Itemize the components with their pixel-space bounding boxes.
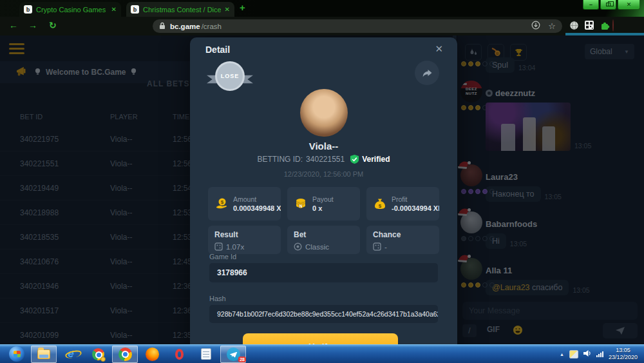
install-icon[interactable] [531, 21, 540, 32]
stat-label: Bet [294, 230, 354, 239]
stat-value: Classic [305, 243, 329, 251]
coin-stack-icon: N [294, 197, 308, 211]
page-content: Welcome to BC.Game ALL BETS BET ID PLAYE… [0, 35, 644, 363]
stat-card-result: Result1.07x [208, 226, 281, 254]
lock-icon [159, 21, 166, 32]
stat-card-amount: $Amount0.000349948 XMR [208, 187, 281, 221]
address-bar[interactable]: bc.game /crash ☆ [153, 19, 562, 33]
notepad-icon [201, 348, 211, 360]
tray-app-icon[interactable] [569, 350, 578, 358]
player-name: Viola-- [190, 141, 457, 152]
header-accent-strip [565, 33, 644, 35]
close-button[interactable]: ✕ [618, 0, 640, 10]
stat-card-payout: NPayout0 x [287, 187, 360, 221]
restore-icon [606, 3, 611, 6]
share-button[interactable] [415, 61, 439, 85]
taskbar-app-internet-explorer[interactable]: e [58, 346, 84, 363]
verified-shield-icon [350, 155, 359, 164]
minimize-button[interactable]: – [583, 0, 599, 10]
back-button[interactable]: ← [9, 20, 18, 30]
stat-label: Profit [392, 195, 439, 203]
tab-title: Christmas Contest / Dice Roll Hu [143, 6, 221, 14]
betting-id-label: BETTING ID: [257, 155, 303, 164]
game-id-field[interactable]: 3178966 [209, 263, 438, 282]
taskbar-app-opera[interactable] [166, 346, 192, 363]
stat-card-bet: BetClassic [287, 226, 360, 254]
chrome-icon [118, 348, 132, 361]
taskbar-app-telegram[interactable]: 28 [220, 346, 246, 363]
browser-tab-bar: b Crypto Casino Games - The 16 B ✕ b Chr… [0, 0, 644, 17]
taskbar-clock[interactable]: 13:05 23/12/2020 [609, 347, 638, 362]
stat-value: - [384, 243, 387, 251]
taskbar: e28 ▲ 13:05 23/12/2020 [0, 344, 644, 363]
tab-favicon: b [24, 5, 32, 14]
taskbar-app-explorer[interactable] [31, 346, 57, 363]
stat-value: 0 x [312, 204, 334, 212]
system-tray: ▲ 13:05 23/12/2020 [560, 347, 640, 362]
hash-field[interactable]: 928b74b1b002f7ec6d302be88c9ed355cc140ef5… [209, 305, 438, 323]
svg-text:$: $ [221, 199, 224, 205]
stat-card-chance: Chance- [366, 226, 439, 254]
stat-value: 1.07x [226, 243, 244, 251]
browser-tab-2[interactable]: b Christmas Contest / Dice Roll Hu ✕ [126, 2, 234, 17]
speaker-icon[interactable] [583, 348, 591, 360]
hash-label: Hash [209, 295, 226, 302]
taskbar-app-chrome[interactable] [112, 346, 138, 363]
browser-toolbar: ← → ↻ bc.game /crash ☆ [0, 17, 644, 35]
tray-expand-icon[interactable]: ▲ [560, 352, 564, 357]
explorer-icon [37, 349, 50, 359]
qr-extension-icon[interactable] [585, 21, 594, 32]
betting-id-value: 340221551 [306, 155, 345, 164]
clock-time: 13:05 [616, 347, 630, 354]
game-id-label: Game Id [209, 253, 236, 260]
dice-icon [373, 242, 381, 251]
stat-label: Amount [233, 195, 281, 203]
svg-text:$: $ [379, 203, 382, 209]
notification-badge: 28 [238, 357, 246, 362]
forward-button[interactable]: → [28, 20, 37, 30]
restore-button[interactable] [600, 0, 616, 10]
windows-orb-icon [9, 346, 24, 362]
clock-date: 23/12/2020 [609, 354, 638, 361]
money-bag-icon: $ [373, 197, 387, 211]
extensions-puzzle-icon[interactable] [600, 21, 610, 33]
badge-label: LOSE [215, 61, 245, 91]
bet-detail-modal: Detail ✕ LOSE Viola-- BETTING ID: 340221… [190, 37, 457, 363]
modal-title: Detail [205, 44, 230, 55]
internet-explorer-icon: e [68, 348, 73, 360]
coin-hand-icon: $ [214, 197, 229, 211]
tab-close-icon[interactable]: ✕ [225, 6, 230, 13]
betting-id-row: BETTING ID: 340221551 Verified [190, 155, 457, 164]
taskbar-app-firefox[interactable] [139, 346, 165, 363]
dice-icon [214, 242, 223, 251]
stat-label: Chance [373, 230, 433, 239]
browser-tab-1[interactable]: b Crypto Casino Games - The 16 B ✕ [19, 2, 121, 17]
stat-value: 0.000349948 XMR [233, 204, 281, 212]
network-icon[interactable] [596, 351, 603, 357]
bookmark-star-icon[interactable]: ☆ [548, 21, 556, 31]
svg-text:N: N [299, 204, 303, 208]
profile-avatar[interactable] [612, 20, 614, 32]
taskbar-apps: e28 [4, 346, 246, 363]
stat-label: Payout [312, 195, 334, 203]
bet-stats-grid: $Amount0.000349948 XMRNPayout0 x$Profit-… [208, 187, 439, 254]
verified-label: Verified [362, 155, 390, 164]
bet-datetime: 12/23/2020, 12:56:00 PM [190, 170, 457, 178]
url-path: /crash [202, 23, 222, 30]
player-avatar[interactable] [300, 89, 348, 137]
stat-label: Result [214, 230, 274, 239]
reload-button[interactable]: ↻ [49, 20, 57, 30]
tab-close-icon[interactable]: ✕ [111, 6, 117, 13]
tab-favicon: b [131, 5, 139, 14]
taskbar-app-notepad[interactable] [193, 346, 219, 363]
lose-badge: LOSE [207, 58, 253, 95]
opera-icon [175, 349, 184, 360]
new-tab-button[interactable]: + [240, 2, 245, 13]
globe-extension-icon[interactable] [569, 21, 579, 33]
chip-icon [294, 242, 302, 251]
screen: b Crypto Casino Games - The 16 B ✕ b Chr… [0, 0, 644, 363]
taskbar-app-chrome-profile[interactable] [85, 346, 111, 363]
modal-close-icon[interactable]: ✕ [435, 43, 443, 55]
stat-card-profit: $Profit-0.00034994 XMR [366, 187, 439, 221]
taskbar-app-start-button[interactable] [4, 346, 30, 363]
